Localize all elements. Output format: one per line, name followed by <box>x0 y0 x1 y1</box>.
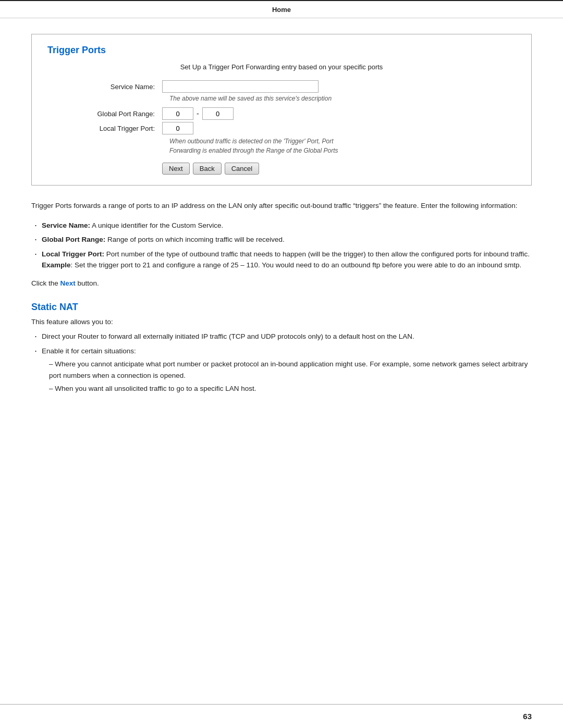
service-name-row: Service Name: <box>79 80 516 93</box>
top-navigation: Home <box>0 0 563 18</box>
static-nat-bullet-0: Direct your Router to forward all extern… <box>42 331 532 342</box>
next-button[interactable]: Next <box>162 163 190 175</box>
global-port-range-row: Global Port Range: - <box>79 107 516 120</box>
local-trigger-port-input[interactable] <box>162 122 193 134</box>
service-name-hint: The above name will be saved as this ser… <box>169 95 516 102</box>
description-bullets: Service Name: A unique identifier for th… <box>31 220 532 271</box>
cancel-button[interactable]: Cancel <box>225 163 259 175</box>
bullet-local-trigger-text: Port number of the type of outbound traf… <box>104 250 530 258</box>
click-next-line: Click the Next button. <box>31 279 532 287</box>
local-trigger-port-row: Local Trigger Port: <box>79 122 516 134</box>
static-nat-intro: This feature allows you to: <box>31 318 532 326</box>
form-section: Service Name: The above name will be sav… <box>79 80 516 175</box>
trigger-ports-box: Trigger Ports Set Up a Trigger Port Forw… <box>31 34 532 186</box>
bullet-global-port-text: Range of ports on which incoming traffic… <box>105 236 284 243</box>
port-separator: - <box>197 109 199 118</box>
trigger-ports-title: Trigger Ports <box>47 45 516 56</box>
bullet-global-port-range: Global Port Range: Range of ports on whi… <box>42 234 532 245</box>
click-next-prefix: Click the <box>31 279 60 287</box>
page-number: 63 <box>523 712 532 721</box>
description-paragraph: Trigger Ports forwards a range of ports … <box>31 200 532 212</box>
next-link[interactable]: Next <box>60 279 76 287</box>
buttons-row: Next Back Cancel <box>162 163 516 175</box>
bullet-local-trigger-port: Local Trigger Port: Port number of the t… <box>42 249 532 271</box>
back-button[interactable]: Back <box>193 163 222 175</box>
bullet-global-port-label: Global Port Range: <box>42 236 105 243</box>
global-port-start-input[interactable] <box>162 107 193 120</box>
sub-bullet-0: – Where you cannot anticipate what port … <box>49 359 532 381</box>
service-name-input[interactable] <box>162 80 319 93</box>
global-port-end-input[interactable] <box>202 107 234 120</box>
sub-bullet-1: – When you want all unsolicited traffic … <box>49 383 532 394</box>
port-range-group: - <box>162 107 234 120</box>
global-port-range-label: Global Port Range: <box>79 110 162 118</box>
local-trigger-port-label: Local Trigger Port: <box>79 125 162 132</box>
service-name-label: Service Name: <box>79 83 162 91</box>
bullet-local-trigger-label: Local Trigger Port: <box>42 250 104 258</box>
home-link[interactable]: Home <box>272 6 291 14</box>
example-text: Example: Set the trigger port to 21 and … <box>42 261 521 269</box>
bullet-service-name-label: Service Name: <box>42 221 90 229</box>
static-nat-title: Static NAT <box>31 302 532 313</box>
click-next-suffix: button. <box>76 279 99 287</box>
static-nat-section: Static NAT This feature allows you to: D… <box>31 302 532 394</box>
main-content: Trigger Ports Set Up a Trigger Port Forw… <box>0 34 563 394</box>
bullet-service-name: Service Name: A unique identifier for th… <box>42 220 532 231</box>
static-nat-bullets: Direct your Router to forward all extern… <box>31 331 532 394</box>
bottom-bar: 63 <box>0 704 563 728</box>
trigger-hint: When outbound traffic is detected on the… <box>169 137 420 155</box>
static-nat-bullet-1: Enable it for certain situations: – Wher… <box>42 346 532 394</box>
box-subtitle: Set Up a Trigger Port Forwarding entry b… <box>47 63 516 71</box>
bullet-service-name-text: A unique identifier for the Custom Servi… <box>90 221 223 229</box>
